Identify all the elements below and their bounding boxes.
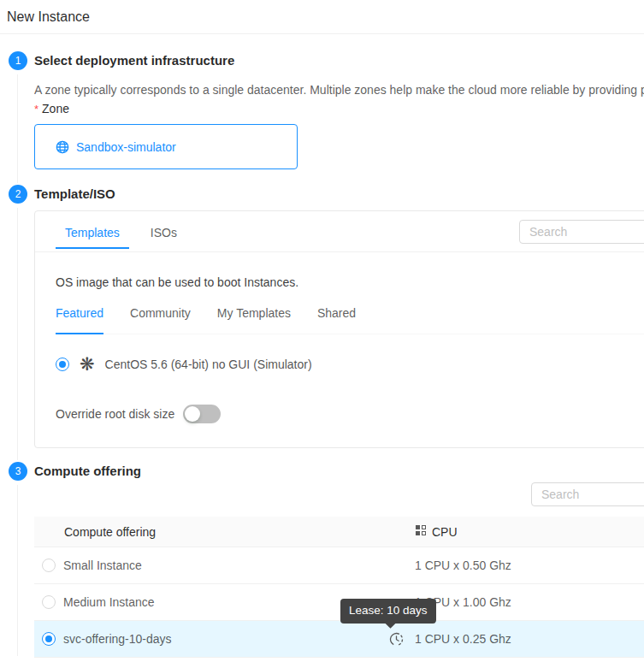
step-deployment-infrastructure: 1 Select deployment infrastructure A zon… [9,51,644,185]
override-root-disk-label: Override root disk size [56,407,174,421]
step-template-iso: 2 Template/ISO Templates ISOs OS image t… [9,185,644,462]
offering-cpu: 1 CPU x 0.50 Ghz [415,559,511,572]
column-compute-offering: Compute offering [34,525,415,539]
tab-templates[interactable]: Templates [56,215,129,249]
step-1-badge: 1 [9,51,27,70]
offering-radio-small[interactable] [42,559,56,572]
grid-icon [415,524,427,539]
step-compute-offering: 3 Compute offering Compute offering [9,462,644,658]
wizard-steps: 1 Select deployment infrastructure A zon… [0,34,644,658]
offering-name: Small Instance [63,559,142,572]
tab-featured[interactable]: Featured [56,304,103,334]
template-card: Templates ISOs OS image that can be used… [34,210,644,448]
override-root-disk-row: Override root disk size [56,405,644,423]
compute-search-row [34,482,644,506]
page-title: New Instance [7,8,637,27]
table-header: Compute offering CPU [34,517,644,547]
step-3-badge: 3 [9,462,27,481]
step-connector [17,485,18,656]
step-connector [17,74,18,183]
template-radio[interactable] [56,358,69,371]
offering-name: Medium Instance [63,595,155,609]
table-row[interactable]: Medium Instance 1 CPU x 1.00 Ghz [34,584,644,621]
step-3-title: Compute offering [34,462,644,481]
centos-icon: ❋ [80,355,95,374]
step-2-title: Template/ISO [34,185,644,204]
table-row[interactable]: Small Instance 1 CPU x 0.50 Ghz [34,547,644,584]
toggle-knob [185,406,200,422]
table-row[interactable]: svc-offering-10-days 1 CPU x 0.25 Ghz [34,621,644,658]
template-tabbar: Templates ISOs [35,211,644,252]
tab-community[interactable]: Community [130,304,191,334]
zone-card-sandbox-simulator[interactable]: Sandbox-simulator [34,124,298,169]
template-card-body: OS image that can be used to boot Instan… [35,252,644,447]
column-cpu-label: CPU [432,525,458,539]
required-mark: * [34,103,38,115]
lease-tooltip: Lease: 10 days [340,599,436,624]
step-2-badge: 2 [9,185,27,204]
template-option-label: CentOS 5.6 (64-bit) no GUI (Simulator) [105,358,312,371]
lease-tooltip-text: Lease: 10 days [349,604,428,617]
template-search-input[interactable] [519,220,644,244]
zone-label-row: *Zone [34,99,644,119]
template-option-centos[interactable]: ❋ CentOS 5.6 (64-bit) no GUI (Simulator) [56,355,644,374]
os-image-description: OS image that can be used to boot Instan… [56,273,644,292]
zone-name: Sandbox-simulator [76,140,176,154]
tab-shared[interactable]: Shared [317,304,356,334]
offering-radio-svc-offering[interactable] [42,632,56,646]
offering-cpu: 1 CPU x 0.25 Ghz [415,632,511,646]
override-root-disk-toggle[interactable] [183,405,221,423]
tab-my-templates[interactable]: My Templates [217,304,291,334]
lease-clock-icon[interactable] [389,632,404,649]
compute-offering-table: Compute offering CPU [34,517,644,658]
page-header: New Instance [0,0,644,34]
tab-isos[interactable]: ISOs [141,215,186,249]
zone-label: Zone [42,102,69,115]
globe-icon [56,140,69,154]
template-filter-tabs: Featured Community My Templates Shared [56,304,644,334]
column-cpu: CPU [415,524,458,539]
offering-radio-medium[interactable] [42,595,56,609]
compute-search-input[interactable] [531,482,644,506]
step-connector [17,208,18,460]
step-1-title: Select deployment infrastructure [34,51,644,70]
offering-name: svc-offering-10-days [63,632,172,646]
zone-description: A zone typically corresponds to a single… [34,80,644,99]
